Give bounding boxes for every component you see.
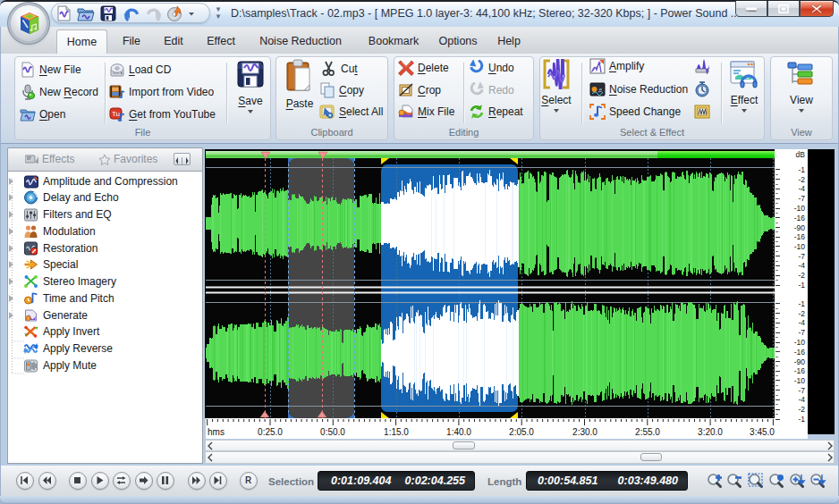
svg-text:R: R	[245, 475, 252, 485]
svg-text:♬: ♬	[597, 87, 604, 93]
svg-text:Tu: Tu	[112, 110, 120, 118]
